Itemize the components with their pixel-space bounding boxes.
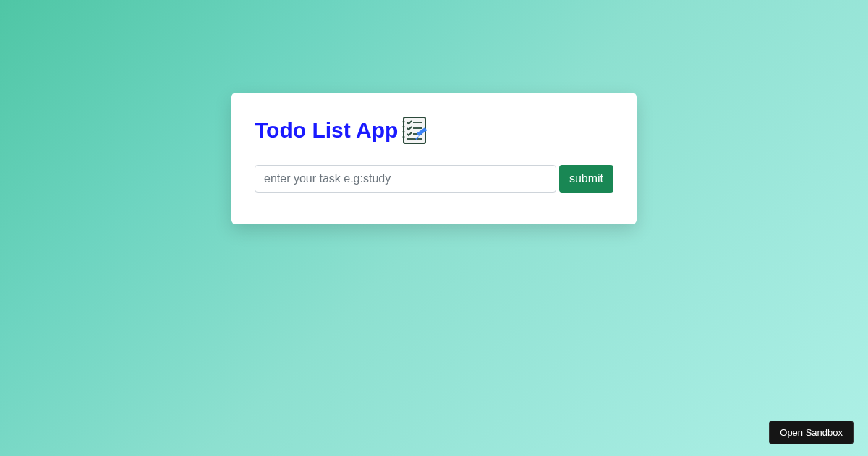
checklist-icon	[399, 116, 430, 145]
svg-point-1	[403, 121, 405, 123]
submit-button[interactable]: submit	[559, 165, 613, 193]
svg-point-4	[403, 136, 405, 138]
todo-card: Todo List App submit	[231, 93, 637, 224]
page-title: Todo List App	[255, 119, 398, 141]
open-sandbox-button[interactable]: Open Sandbox	[769, 421, 854, 444]
input-row: submit	[255, 165, 613, 193]
task-input[interactable]	[255, 165, 556, 193]
svg-point-3	[403, 131, 405, 133]
svg-point-2	[403, 126, 405, 128]
title-row: Todo List App	[255, 116, 613, 145]
